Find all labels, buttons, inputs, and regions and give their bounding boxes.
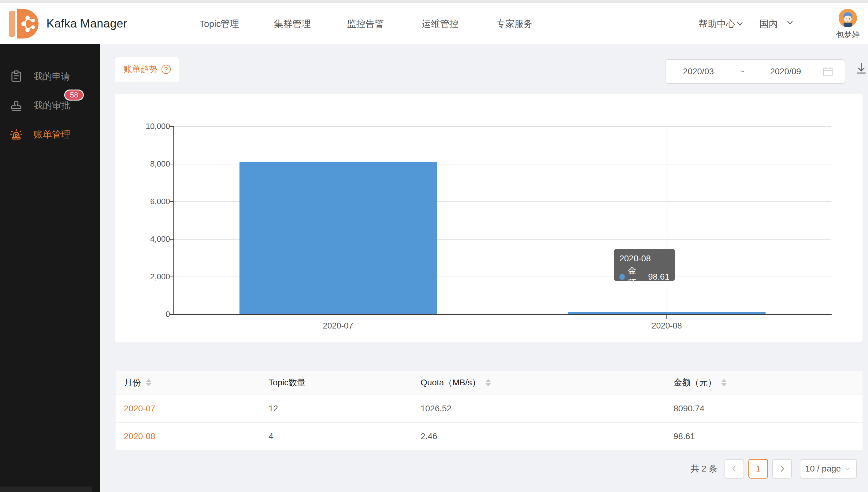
tooltip-series-value: 98.61: [648, 271, 670, 283]
sidebar: 我的申请 我的审批 58 账单管理: [0, 44, 100, 492]
y-axis-label: 8,000: [121, 159, 170, 169]
y-axis-label: 0: [121, 309, 170, 319]
chevron-right-icon: [778, 465, 786, 473]
table-header-row: 月份 Topic数量 Quota（MB/s） 金额（元）: [116, 371, 863, 395]
date-range-picker[interactable]: 2020/03 ~ 2020/09: [665, 59, 845, 84]
topbar: Kafka Manager Topic管理 集群管理 监控告警 运维管控 专家服…: [0, 3, 868, 44]
y-axis-label: 10,000: [121, 121, 170, 131]
nav-ops[interactable]: 运维管控: [422, 3, 459, 44]
column-label: Topic数量: [268, 377, 306, 388]
avatar: [838, 8, 857, 27]
tab-billing-trend[interactable]: 账单趋势 ?: [115, 57, 179, 81]
sort-carets-icon: [485, 379, 491, 386]
nav-expert[interactable]: 专家服务: [496, 3, 533, 44]
calendar-icon: [823, 66, 833, 77]
column-label: Quota（MB/s）: [421, 377, 480, 388]
amount-cell: 98.61: [674, 423, 695, 450]
sort-carets-icon: [721, 379, 727, 386]
column-header-topics: Topic数量: [268, 371, 306, 395]
tooltip-series-label: 金额:: [628, 265, 645, 289]
y-axis-line: [173, 126, 174, 315]
help-center-menu[interactable]: 帮助中心: [699, 3, 745, 44]
chevron-down-icon: [844, 465, 851, 472]
sidebar-item-my-applications[interactable]: 我的申请: [0, 62, 100, 91]
series-dot-icon: [619, 274, 625, 280]
tab-label: 账单趋势: [123, 64, 158, 75]
sidebar-footer-strip[interactable]: [0, 487, 92, 492]
date-range-end[interactable]: 2020/09: [753, 67, 818, 76]
amount-cell: 8090.74: [674, 395, 704, 422]
gridline: [173, 126, 831, 127]
billing-trend-chart: 10,000 8,000 6,000 4,000 2,000 0 2020-07…: [115, 94, 863, 342]
sidebar-item-label: 我的申请: [33, 62, 70, 91]
table-row: 2020-07 12 1026.52 8090.74: [116, 395, 863, 423]
page-size-select[interactable]: 10 / page: [800, 459, 857, 478]
pagination-next-button[interactable]: [772, 459, 792, 478]
kafka-manager-page: Kafka Manager Topic管理 集群管理 监控告警 运维管控 专家服…: [0, 0, 868, 492]
page-size-value: 10 / page: [805, 464, 841, 474]
x-axis-label: 2020-08: [633, 321, 700, 331]
pagination-total: 共 2 条: [690, 459, 717, 478]
topics-cell: 4: [268, 423, 274, 450]
chevron-left-icon: [730, 465, 738, 473]
sort-carets-icon: [146, 379, 151, 386]
sidebar-item-my-approvals[interactable]: 我的审批 58: [0, 91, 100, 120]
quota-cell: 2.46: [421, 423, 437, 450]
date-range-start[interactable]: 2020/03: [665, 67, 731, 76]
chevron-down-icon: [735, 19, 745, 28]
column-label: 金额（元）: [674, 377, 716, 388]
tooltip-title: 2020-08: [619, 252, 670, 265]
topics-cell: 12: [268, 395, 278, 422]
user-name: 包梦婷: [826, 29, 868, 40]
stamp-icon: [10, 99, 22, 112]
chart-tooltip: 2020-08 金额: 98.61: [614, 249, 675, 281]
column-header-amount[interactable]: 金额（元）: [674, 371, 727, 395]
region-select[interactable]: 国内: [759, 3, 778, 44]
page-number: 1: [756, 464, 761, 474]
top-strip: [0, 0, 868, 3]
billing-table: 月份 Topic数量 Quota（MB/s） 金额（元） 2020-07 12 …: [116, 371, 863, 450]
help-center-label: 帮助中心: [699, 19, 735, 29]
month-link[interactable]: 2020-08: [124, 432, 155, 441]
chevron-down-icon[interactable]: [785, 18, 795, 27]
sidebar-item-billing[interactable]: 账单管理: [0, 120, 100, 149]
x-axis-tick: [666, 315, 667, 319]
kafka-manager-logo[interactable]: [8, 7, 39, 40]
bar-2020-07[interactable]: [239, 162, 437, 314]
question-circle-icon[interactable]: ?: [162, 65, 171, 74]
alarm-icon: [10, 128, 22, 141]
date-range-separator: ~: [731, 67, 753, 76]
approvals-count-badge: 58: [64, 90, 84, 101]
clipboard-icon: [10, 70, 22, 82]
nav-monitor[interactable]: 监控告警: [347, 3, 384, 44]
quota-cell: 1026.52: [421, 395, 451, 422]
y-axis-label: 6,000: [121, 196, 170, 206]
y-axis-label: 4,000: [121, 234, 170, 244]
x-axis-line: [173, 314, 831, 315]
column-header-quota[interactable]: Quota（MB/s）: [421, 371, 491, 395]
column-header-month[interactable]: 月份: [124, 371, 151, 395]
y-axis-label: 2,000: [121, 272, 170, 281]
table-row: 2020-08 4 2.46 98.61: [116, 423, 863, 450]
x-axis-tick: [338, 315, 338, 319]
app-title: Kafka Manager: [46, 3, 127, 44]
download-icon[interactable]: [855, 62, 867, 75]
user-menu[interactable]: 包梦婷: [826, 8, 868, 45]
pagination-prev-button[interactable]: [725, 459, 744, 478]
sidebar-item-label: 账单管理: [33, 120, 70, 149]
nav-cluster[interactable]: 集群管理: [274, 3, 311, 44]
pagination-page-1[interactable]: 1: [748, 459, 768, 478]
nav-topic[interactable]: Topic管理: [200, 3, 239, 44]
x-axis-label: 2020-07: [304, 321, 372, 331]
month-link[interactable]: 2020-07: [124, 404, 155, 414]
column-label: 月份: [124, 377, 141, 388]
